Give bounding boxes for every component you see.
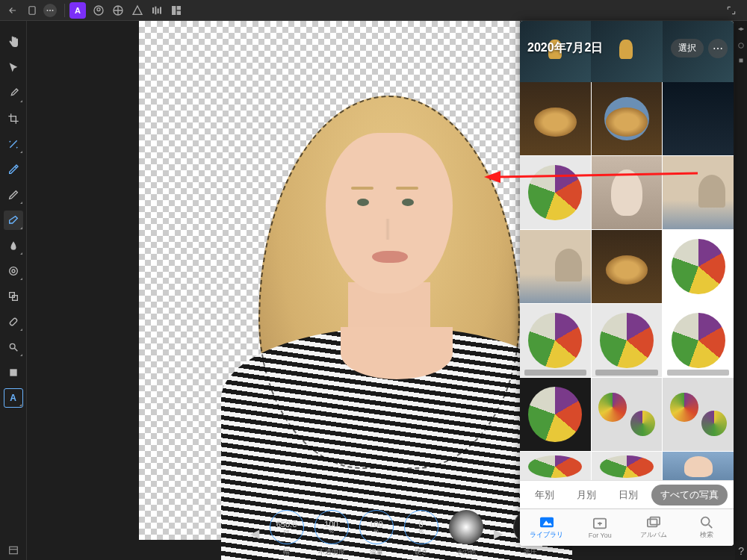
clone-tool[interactable] [4,287,23,306]
persona-e-icon[interactable] [168,2,185,19]
svg-rect-11 [160,7,161,13]
svg-point-1 [47,10,49,11]
search-icon [698,515,715,529]
hand-tool[interactable] [4,33,23,52]
time-scope-tabs: 年別 月別 日別 すべての写真 [520,480,734,508]
help-button[interactable]: ? [738,545,744,557]
svg-point-3 [52,10,54,11]
back-button[interactable] [4,2,21,19]
photo-thumb[interactable] [663,378,734,451]
photo-thumb[interactable] [520,156,591,229]
dodge-tool[interactable] [4,337,23,357]
photo-thumb[interactable] [592,82,663,155]
svg-rect-21 [10,369,16,376]
fill-tool[interactable] [4,363,23,382]
panel-toggle-icon[interactable] [4,541,23,560]
tab-all-photos[interactable]: すべての写真 [651,485,728,505]
photo-thumb[interactable] [592,304,663,377]
more-dial[interactable]: その他 [449,510,483,557]
fx-icon[interactable] [737,57,745,64]
layers-icon[interactable] [737,27,745,34]
adjust-icon[interactable] [737,42,745,49]
right-strip [735,21,747,560]
photos-header: 2020年7月2日 選択 ⋯ [520,21,734,82]
svg-rect-10 [158,8,159,13]
photo-thumb[interactable] [520,230,591,303]
magic-wand-tool[interactable] [4,134,23,154]
crop-tool[interactable] [4,109,23,128]
svg-rect-0 [29,6,35,14]
photo-thumb[interactable] [592,378,663,451]
brush-parameters: ◀ 650.6px 幅 100% 不透明度 100% 流量 0% 硬さ その他 … [251,506,546,560]
tab-albums[interactable]: アルバム [627,509,681,546]
svg-rect-14 [177,10,181,14]
params-next-button[interactable]: ▶ [494,526,503,541]
left-toolbar: A [0,21,27,560]
persona-d-icon[interactable] [149,2,165,19]
svg-rect-28 [648,519,657,526]
svg-rect-29 [650,517,660,525]
svg-rect-8 [152,7,154,13]
photo-thumb[interactable] [663,156,734,229]
photo-thumb[interactable] [520,378,591,451]
photo-thumb[interactable] [592,230,663,303]
eyedropper-tool[interactable] [4,160,23,179]
subject-portrait [229,73,550,559]
tab-library[interactable]: ライブラリ [520,509,574,546]
svg-rect-13 [177,6,181,10]
flow-dial[interactable]: 100% 流量 [359,510,394,557]
width-dial[interactable]: 650.6px 幅 [270,510,304,557]
persona-c-icon[interactable] [129,2,146,19]
heal-tool[interactable] [4,312,23,332]
persona-b-icon[interactable] [110,2,126,19]
photos-more-button[interactable]: ⋯ [708,39,728,58]
svg-point-2 [49,10,51,11]
svg-rect-9 [155,6,156,14]
photo-thumb[interactable] [663,304,734,377]
tab-foryou[interactable]: For You [574,509,627,546]
photo-thumb[interactable] [592,156,663,229]
svg-point-16 [9,267,17,276]
foryou-icon [592,517,608,530]
more-button[interactable] [43,4,57,17]
photos-date-label: 2020年7月2日 [527,40,603,56]
fullscreen-icon[interactable] [723,2,740,19]
opacity-dial[interactable]: 100% 不透明度 [314,510,349,557]
tab-day[interactable]: 日別 [610,485,647,505]
tab-search[interactable]: 検索 [681,509,734,546]
photo-thumb[interactable] [592,452,663,480]
document-button[interactable] [24,2,40,19]
brush-tool[interactable] [4,84,23,103]
eraser-tool[interactable] [4,211,23,230]
svg-point-30 [701,517,710,526]
svg-point-23 [739,43,744,49]
app-icon[interactable]: A [69,2,86,19]
topbar: A [0,0,747,21]
photo-thumb[interactable] [663,452,734,480]
photos-picker-panel: 2020年7月2日 選択 ⋯ [520,21,734,546]
tab-year[interactable]: 年別 [526,485,563,505]
pencil-tool[interactable] [4,185,23,205]
svg-rect-12 [172,6,176,15]
pointer-tool[interactable] [4,58,23,78]
svg-marker-7 [133,6,142,14]
hardness-dial[interactable]: 0% 硬さ [404,510,438,557]
tab-month[interactable]: 月別 [568,485,605,505]
svg-point-20 [10,343,15,349]
params-prev-button[interactable]: ◀ [250,526,259,541]
select-button[interactable]: 選択 [671,39,704,57]
photos-grid [520,82,734,480]
photo-thumb[interactable] [663,82,734,155]
svg-rect-19 [9,317,17,326]
photos-tabbar: ライブラリ For You アルバム 検索 [520,508,734,546]
photo-thumb[interactable] [520,304,591,377]
smudge-tool[interactable] [4,236,23,255]
photo-thumb[interactable] [520,82,591,155]
svg-point-15 [12,270,15,273]
text-tool[interactable]: A [4,388,23,408]
blur-tool[interactable] [4,261,23,281]
photo-thumb[interactable] [520,452,591,480]
photo-thumb[interactable] [663,230,734,303]
albums-icon [645,515,662,529]
persona-a-icon[interactable] [90,2,107,19]
